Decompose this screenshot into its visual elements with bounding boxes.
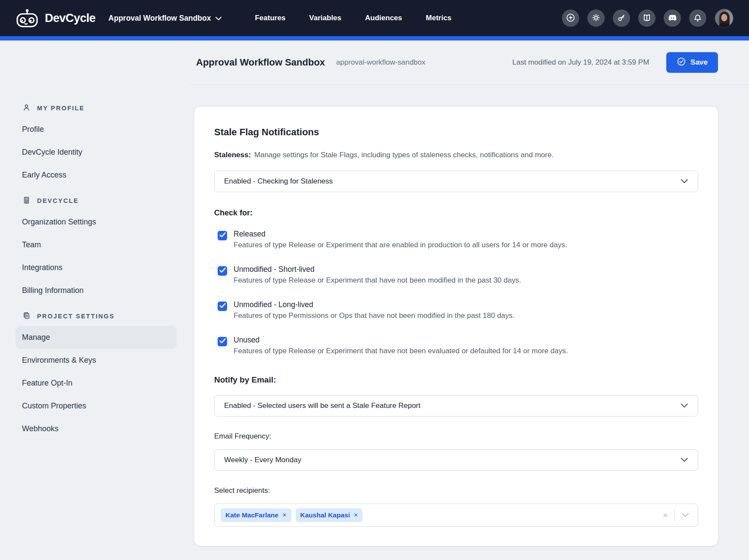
email-frequency-select[interactable]: Weekly - Every Monday <box>214 449 698 471</box>
page-header-right: Last modified on July 19, 2024 at 3:59 P… <box>512 52 718 73</box>
staleness-label: Staleness: <box>214 151 251 159</box>
sidebar-item-profile[interactable]: Profile <box>16 118 177 141</box>
settings-sidebar: MY PROFILE Profile DevCycle Identity Ear… <box>16 102 177 440</box>
check-row-unmodified-long-lived: Unmodified - Long-lived Features of type… <box>218 300 698 320</box>
check-row-unmodified-short-lived: Unmodified - Short-lived Features of typ… <box>218 265 698 285</box>
remove-recipient-icon[interactable]: × <box>282 512 286 519</box>
check-text: Released Features of type Release or Exp… <box>234 230 567 249</box>
chevron-down-icon <box>680 457 688 462</box>
recipients-multiselect[interactable]: Kate MacFarlane × Kaushal Kapasi × × <box>214 504 698 527</box>
top-nav-bar: DevCycle Approval Workflow Sandbox Featu… <box>0 0 749 36</box>
card-title: Stale Flag Notifications <box>214 127 698 138</box>
nav-item-metrics[interactable]: Metrics <box>426 14 452 22</box>
nav-item-variables[interactable]: Variables <box>309 14 341 22</box>
nav-item-features[interactable]: Features <box>255 14 285 22</box>
sidebar-item-organization-settings[interactable]: Organization Settings <box>16 211 177 233</box>
sidebar-section-my-profile: MY PROFILE Profile DevCycle Identity Ear… <box>16 102 177 187</box>
plus-circle-icon <box>565 12 576 24</box>
bell-icon <box>693 12 703 24</box>
sidebar-item-feature-opt-in[interactable]: Feature Opt-In <box>16 372 177 395</box>
sidebar-item-devcycle-identity[interactable]: DevCycle Identity <box>16 141 177 164</box>
save-button-label: Save <box>690 58 708 67</box>
sidebar-item-integrations[interactable]: Integrations <box>16 256 177 279</box>
staleness-select[interactable]: Enabled - Checking for Staleness <box>214 171 698 192</box>
recipient-name: Kaushal Kapasi <box>300 511 350 519</box>
page-title: Approval Workflow Sandbox <box>196 57 325 68</box>
sidebar-item-webhooks[interactable]: Webhooks <box>16 417 177 440</box>
top-nav-links: Features Variables Audiences Metrics <box>255 14 451 22</box>
check-row-unused: Unused Features of type Release or Exper… <box>218 336 698 355</box>
project-switcher-label: Approval Workflow Sandbox <box>109 14 211 23</box>
checkbox-unmodified-short-lived[interactable] <box>218 266 227 276</box>
nav-item-audiences[interactable]: Audiences <box>365 14 402 22</box>
check-icon <box>219 232 226 239</box>
add-button[interactable] <box>562 9 579 27</box>
sidebar-item-custom-properties[interactable]: Custom Properties <box>16 395 177 417</box>
sidebar-item-environments-keys[interactable]: Environments & Keys <box>16 349 177 372</box>
check-description: Features of type Release or Experiment t… <box>234 276 521 285</box>
check-text: Unused Features of type Release or Exper… <box>234 336 568 355</box>
staleness-select-value: Enabled - Checking for Staleness <box>224 177 333 186</box>
sidebar-item-early-access[interactable]: Early Access <box>16 164 177 187</box>
recipient-chip: Kaushal Kapasi × <box>296 508 363 522</box>
key-icon <box>616 12 627 24</box>
sidebar-section-label: MY PROFILE <box>37 105 84 112</box>
check-label: Unmodified - Short-lived <box>234 265 521 274</box>
devcycle-logo-icon <box>16 9 39 28</box>
sidebar-section-label: DEVCYCLE <box>37 197 79 204</box>
staleness-description: Manage settings for Stale Flags, includi… <box>254 151 554 159</box>
check-description: Features of type Permissions or Ops that… <box>234 311 515 320</box>
staleness-checks: Released Features of type Release or Exp… <box>214 230 698 355</box>
divider <box>674 509 675 522</box>
sidebar-section-label: PROJECT SETTINGS <box>37 313 115 320</box>
gear-icon <box>591 12 601 24</box>
notify-email-select[interactable]: Enabled - Selected users will be sent a … <box>214 395 698 417</box>
check-description: Features of type Release or Experiment t… <box>234 241 567 249</box>
sidebar-item-team[interactable]: Team <box>16 233 177 256</box>
check-text: Unmodified - Long-lived Features of type… <box>234 300 515 320</box>
checkbox-unused[interactable] <box>218 337 227 346</box>
save-button[interactable]: Save <box>666 52 718 73</box>
sidebar-item-manage[interactable]: Manage <box>16 326 177 349</box>
page-header: Approval Workflow Sandbox approval-workf… <box>190 40 749 85</box>
chevron-down-icon <box>680 403 688 408</box>
check-for-label: Check for: <box>214 208 698 218</box>
staleness-description-line: Staleness:Manage settings for Stale Flag… <box>214 150 698 160</box>
sidebar-section-header: PROJECT SETTINGS <box>16 310 177 323</box>
select-recipients-label: Select recipients: <box>214 486 698 495</box>
avatar[interactable] <box>715 9 733 28</box>
chevron-down-icon[interactable] <box>681 511 689 519</box>
sidebar-item-billing-information[interactable]: Billing Information <box>16 279 177 302</box>
check-label: Released <box>234 230 567 239</box>
stale-flag-notifications-card: Stale Flag Notifications Staleness:Manag… <box>194 107 718 546</box>
check-text: Unmodified - Short-lived Features of typ… <box>234 265 521 285</box>
project-switcher[interactable]: Approval Workflow Sandbox <box>109 14 222 23</box>
remove-recipient-icon[interactable]: × <box>354 512 358 519</box>
check-icon <box>219 303 226 310</box>
check-row-released: Released Features of type Release or Exp… <box>218 230 698 249</box>
settings-button[interactable] <box>587 9 605 27</box>
discord-button[interactable] <box>664 9 681 27</box>
clipboard-icon <box>22 311 31 321</box>
check-description: Features of type Release or Experiment t… <box>234 347 568 355</box>
sidebar-section-header: DEVCYCLE <box>16 194 177 207</box>
notify-email-select-value: Enabled - Selected users will be sent a … <box>224 401 420 410</box>
brand[interactable]: DevCycle <box>16 9 96 28</box>
checkbox-released[interactable] <box>218 231 227 240</box>
sidebar-section-header: MY PROFILE <box>16 102 177 115</box>
book-icon <box>642 12 652 24</box>
checkbox-unmodified-long-lived[interactable] <box>218 302 227 311</box>
api-keys-button[interactable] <box>613 9 630 27</box>
person-icon <box>22 103 31 113</box>
recipient-name: Kate MacFarlane <box>225 511 278 519</box>
recipient-chip: Kate MacFarlane × <box>221 508 291 522</box>
sidebar-section-devcycle: DEVCYCLE Organization Settings Team Inte… <box>16 194 177 302</box>
notifications-button[interactable] <box>689 9 706 27</box>
multiselect-controls: × <box>663 509 689 522</box>
page-slug: approval-workflow-sandbox <box>336 58 425 67</box>
docs-button[interactable] <box>638 9 655 27</box>
notify-by-email-label: Notify by Email: <box>214 375 698 385</box>
chevron-down-icon <box>680 179 688 184</box>
clear-all-icon[interactable]: × <box>663 510 668 520</box>
check-circle-icon <box>677 57 686 68</box>
